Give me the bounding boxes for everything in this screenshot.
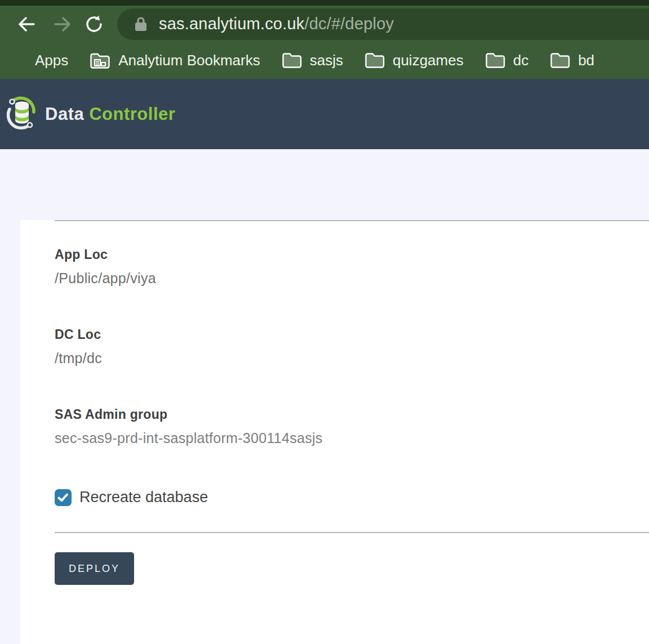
bookmark-folder-analytium[interactable]: Analytium Bookmarks [90,52,260,69]
bookmark-label: sasjs [310,52,343,69]
folder-icon [364,52,385,69]
folder-icon [550,52,570,69]
address-bar[interactable]: sas.analytium.co.uk/dc/#/deploy [117,8,649,40]
apps-shortcut[interactable]: Apps [8,51,68,70]
forward-arrow-icon [52,14,73,34]
deploy-page: App Loc /Public/app/viya DC Loc /tmp/dc … [0,220,649,644]
back-arrow-icon [16,14,37,34]
brand-text-controller: Controller [89,104,175,124]
bookmark-label: bd [578,52,594,69]
bookmark-label: Analytium Bookmarks [118,52,260,69]
field-dc-loc: DC Loc /tmp/dc [55,327,649,366]
bookmark-label: dc [513,52,528,69]
lock-icon[interactable] [134,16,148,32]
deploy-button[interactable]: DEPLOY [55,552,134,585]
bookmark-folder-bd[interactable]: bd [550,52,594,69]
bookmark-folder-dc[interactable]: dc [485,52,528,69]
managed-bookmarks-folder-icon [90,52,110,69]
recreate-database-checkbox[interactable] [55,489,72,506]
apps-grid-icon [8,51,27,70]
data-controller-logo[interactable]: DataController [6,93,175,135]
folder-icon [485,52,505,69]
reload-icon [83,14,105,35]
bookmark-label: quizgames [393,52,464,69]
brand-text-data: Data [45,104,84,124]
field-value: /tmp/dc [55,350,649,366]
forward-button[interactable] [52,14,73,35]
url-text: sas.analytium.co.uk/dc/#/deploy [159,15,394,33]
folder-icon [282,52,302,69]
recreate-database-option: Recreate database [55,489,649,506]
bookmark-folder-quizgames[interactable]: quizgames [364,52,464,69]
bottom-divider [55,532,649,533]
field-sas-admin-group: SAS Admin group sec-sas9-prd-int-sasplat… [55,407,649,446]
back-button[interactable] [16,14,37,35]
url-host: sas.analytium.co.uk [159,15,304,33]
field-value: sec-sas9-prd-int-sasplatform-300114sasjs [55,430,649,446]
field-app-loc: App Loc /Public/app/viya [55,247,649,287]
top-divider [55,220,649,221]
database-logo-icon [6,93,38,135]
url-path: /dc/#/deploy [304,15,394,33]
bookmarks-bar: Apps Analytium Bookmarks sasjs quizgames [0,42,649,79]
checkmark-icon [57,493,69,502]
field-label: DC Loc [55,327,649,342]
checkbox-label: Recreate database [79,489,208,506]
browser-toolbar: sas.analytium.co.uk/dc/#/deploy [0,6,649,42]
browser-window-strip [0,0,649,6]
field-value: /Public/app/viya [55,270,649,287]
apps-label: Apps [35,52,68,69]
deploy-card: App Loc /Public/app/viya DC Loc /tmp/dc … [20,220,649,644]
reload-button[interactable] [83,14,105,35]
bookmark-folder-sasjs[interactable]: sasjs [282,52,343,69]
app-header: DataController [0,79,649,149]
field-label: SAS Admin group [55,407,649,422]
field-label: App Loc [55,247,649,262]
